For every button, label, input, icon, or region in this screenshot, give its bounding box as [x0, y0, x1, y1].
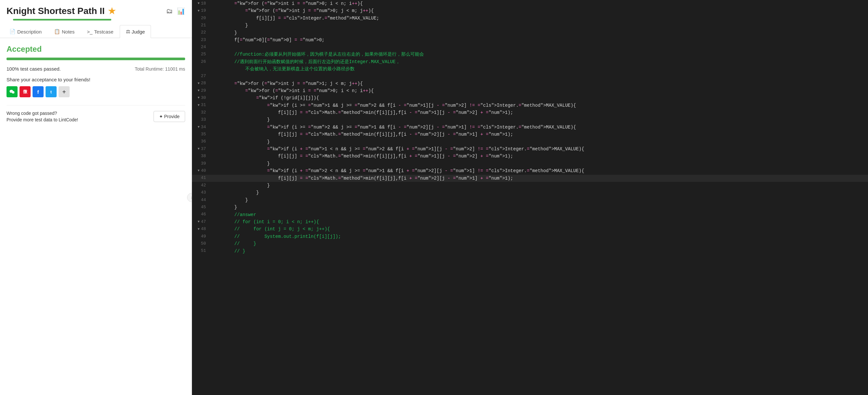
line-number: 25	[192, 51, 210, 58]
code-text: }	[210, 138, 868, 146]
code-text: f[i][j] = ="cls">Math.="method">min(f[i]…	[210, 153, 868, 160]
code-text: f[i][j] = ="cls">Integer.="method">MAX_V…	[210, 14, 868, 22]
line-number: 22	[192, 29, 210, 36]
tab-testcase-label: Testcase	[94, 29, 113, 34]
line-number: 44	[192, 196, 210, 204]
code-text: ="kw">for (="kw">int i = ="num">0; i < n…	[210, 87, 868, 94]
fold-marker[interactable]: ▼	[197, 8, 199, 14]
line-num-text: 31	[201, 102, 206, 109]
more-button[interactable]: +	[59, 86, 70, 97]
line-number: 27	[192, 73, 210, 80]
line-number: 42	[192, 182, 210, 189]
tab-description[interactable]: 📄 Description	[3, 25, 48, 38]
provide-button[interactable]: ✦ Provide	[154, 111, 185, 122]
line-number: 49	[192, 233, 210, 240]
twitter-button[interactable]: t	[45, 86, 57, 97]
line-num-text: 22	[201, 29, 206, 36]
weibo-button[interactable]: 微	[20, 86, 31, 97]
code-text: //answer	[210, 211, 868, 218]
wechat-button[interactable]	[6, 86, 18, 97]
tab-judge[interactable]: ⚖ Judge	[120, 25, 151, 38]
line-num-text: 46	[201, 211, 206, 218]
fold-marker[interactable]: ▼	[197, 168, 199, 174]
line-number: ▼47	[192, 218, 210, 225]
line-number: 33	[192, 116, 210, 123]
code-text: }	[210, 204, 868, 211]
code-text: }	[210, 22, 868, 29]
code-text: ="kw">for (="kw">int j = ="num">0; j < m…	[210, 7, 868, 14]
code-text: f[i][j] = ="cls">Math.="method">min(f[i]…	[210, 131, 868, 138]
code-text: // System.out.println(f[i][j]);	[210, 233, 868, 240]
line-number: 35	[192, 131, 210, 138]
code-text: ="kw">for (="kw">int j = ="num">1; j < m…	[210, 80, 868, 87]
line-num-text: 28	[201, 80, 206, 87]
test-stats: 100% test cases passed. Total Runtime: 1…	[6, 66, 185, 71]
line-num-text: 33	[201, 117, 206, 123]
line-num-text: 42	[201, 182, 206, 189]
wrong-code-title: Wrong code got passed?	[6, 111, 78, 116]
line-num-text: 43	[201, 189, 206, 196]
line-number: ▼29	[192, 87, 210, 94]
tab-notes[interactable]: 📋 Notes	[48, 25, 81, 38]
briefcase-icon[interactable]: 🗂	[166, 7, 173, 15]
line-num-text: 44	[201, 197, 206, 204]
code-text: }	[210, 196, 868, 204]
tab-notes-label: Notes	[62, 29, 74, 34]
line-number: ▼37	[192, 146, 210, 153]
fold-marker[interactable]: ▼	[197, 146, 199, 152]
divider	[6, 105, 185, 105]
notes-tab-icon: 📋	[54, 29, 60, 34]
code-line: ▼37 ="kw">if (i + ="num">1 < n && j >= =…	[192, 146, 868, 153]
line-number: 32	[192, 109, 210, 116]
line-number: ▼34	[192, 124, 210, 131]
line-number: ▼31	[192, 102, 210, 109]
line-number: ▼28	[192, 80, 210, 87]
problem-title: Knight Shortest Path II ★ 🗂 📊	[6, 6, 185, 16]
code-text: // for (int i = 0; i < n; i++){	[210, 218, 868, 225]
code-line: 38 f[i][j] = ="cls">Math.="method">min(f…	[192, 153, 868, 160]
chart-icon[interactable]: 📊	[177, 7, 185, 15]
line-num-text: 45	[201, 204, 206, 211]
code-text: ="kw">if (i >= ="num">1 && j >= ="num">2…	[210, 102, 868, 109]
fold-marker[interactable]: ▼	[197, 125, 199, 130]
line-num-text: 48	[201, 226, 206, 233]
left-panel: Knight Shortest Path II ★ 🗂 📊 📄 Descript…	[0, 0, 192, 395]
line-number: ▼19	[192, 7, 210, 14]
judge-content: Accepted 100% test cases passed. Total R…	[0, 38, 192, 395]
tab-testcase[interactable]: >_ Testcase	[81, 25, 119, 38]
code-line: 不会被纳入，无法更新棋盘上这个位置的最小路径步数	[192, 65, 868, 72]
fold-marker[interactable]: ▼	[197, 88, 199, 93]
line-num-text: 24	[201, 44, 206, 51]
code-text	[210, 73, 868, 80]
line-number: ▼30	[192, 94, 210, 101]
line-num-text: 49	[201, 233, 206, 240]
code-line: ▼28 ="kw">for (="kw">int j = ="num">1; j…	[192, 80, 868, 87]
code-text	[210, 43, 868, 51]
facebook-button[interactable]: f	[33, 86, 43, 97]
description-tab-icon: 📄	[9, 29, 16, 34]
fold-marker[interactable]: ▼	[197, 95, 199, 100]
line-num-text: 47	[201, 219, 206, 225]
code-line: 44 }	[192, 196, 868, 204]
code-editor[interactable]: ▼18 ="kw">for (="kw">int i = ="num">0; i…	[192, 0, 868, 395]
social-buttons: 微 f t +	[6, 86, 185, 97]
fold-marker[interactable]: ▼	[197, 219, 199, 224]
fold-marker[interactable]: ▼	[197, 1, 199, 6]
line-num-text: 40	[201, 168, 206, 174]
code-text: }	[210, 182, 868, 189]
fold-marker[interactable]: ▼	[197, 103, 199, 108]
line-number: 36	[192, 138, 210, 146]
code-line: 22 }	[192, 29, 868, 36]
code-text: }	[210, 189, 868, 196]
line-num-text: 38	[201, 153, 206, 160]
fold-marker[interactable]: ▼	[197, 81, 199, 86]
code-line: ▼31 ="kw">if (i >= ="num">1 && j >= ="nu…	[192, 102, 868, 109]
tabs-bar: 📄 Description 📋 Notes >_ Testcase ⚖ Judg…	[0, 25, 192, 38]
runtime-text: Total Runtime: 11001 ms	[135, 66, 185, 71]
line-num-text: 23	[201, 37, 206, 43]
fold-marker[interactable]: ▼	[197, 227, 199, 232]
progress-bar-top	[13, 19, 111, 21]
line-number: ▼18	[192, 0, 210, 7]
star-icon[interactable]: ★	[108, 6, 116, 16]
wrong-code-text: Wrong code got passed? Provide more test…	[6, 111, 78, 122]
